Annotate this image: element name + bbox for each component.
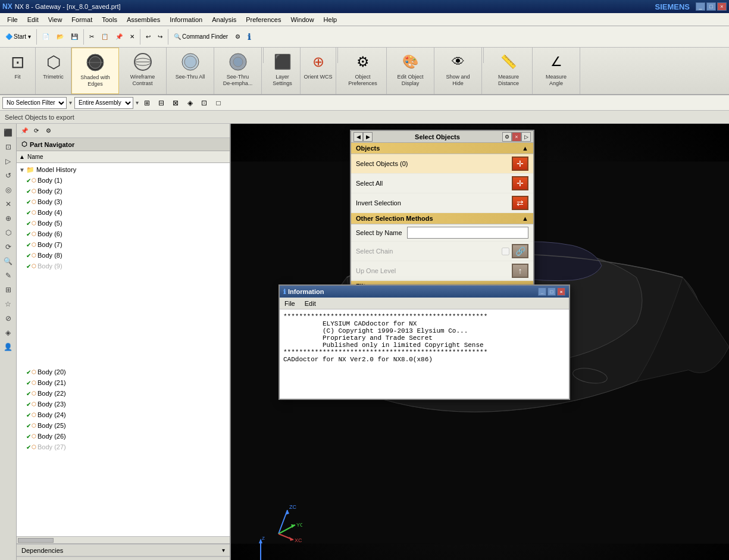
info-close-btn[interactable]: × (557, 287, 565, 296)
tree-item-body-5[interactable]: ✔ ⬡ Body (5) (17, 218, 230, 229)
tree-item-body-9[interactable]: ✔ ⬡ Body (9) (17, 261, 230, 271)
dependencies-header[interactable]: Dependencies ▾ (17, 545, 230, 556)
panel-refresh-btn[interactable]: ⟳ (31, 126, 42, 136)
ribbon-orient-wcs[interactable]: ⊕ Orient WCS (301, 48, 336, 94)
close-button[interactable]: × (717, 2, 727, 11)
ribbon-fit[interactable]: ⊡ Fit (0, 48, 36, 94)
undo-button[interactable]: ↩ (143, 29, 154, 45)
assembly-filter-dropdown[interactable]: Entire Assembly (74, 97, 133, 109)
menu-format[interactable]: Format (67, 15, 97, 24)
invert-selection-row[interactable]: Invert Selection ⇄ (351, 193, 533, 213)
select-btn[interactable]: ⊡ (198, 97, 210, 109)
menu-file[interactable]: File (2, 15, 23, 24)
tree-scrollbar[interactable] (17, 536, 230, 543)
tree-item-body-8[interactable]: ✔ ⬡ Body (8) (17, 250, 230, 261)
sidebar-icon-3[interactable]: ▷ (2, 155, 15, 168)
info-maximize-btn[interactable]: □ (547, 287, 556, 296)
menu-edit[interactable]: Edit (23, 15, 43, 24)
sidebar-icon-15[interactable]: ◈ (2, 326, 15, 339)
settings-button[interactable]: ⚙ (232, 29, 243, 45)
sidebar-icon-13[interactable]: ☆ (2, 298, 15, 311)
select-by-name-input[interactable] (407, 227, 528, 239)
sidebar-icon-5[interactable]: ◎ (2, 183, 15, 196)
tree-item-body-23[interactable]: ✔ ⬡ Body (23) (17, 399, 230, 409)
nav-forward-btn[interactable]: ▶ (363, 132, 373, 142)
ribbon-measure-angle[interactable]: ∠ MeasureAngle (533, 48, 580, 94)
tree-item-model-history[interactable]: ▼ 📁 Model History (17, 164, 230, 175)
menu-view[interactable]: View (43, 15, 67, 24)
scrollbar-thumb[interactable] (18, 538, 54, 543)
paste-button[interactable]: 📌 (112, 29, 126, 45)
panel-pin-btn[interactable]: 📌 (19, 126, 30, 136)
invert-selection-btn[interactable]: ⇄ (512, 196, 528, 210)
tree-item-body-2[interactable]: ✔ ⬡ Body (2) (17, 186, 230, 196)
ribbon-show-hide[interactable]: 👁 Show andHide (434, 48, 482, 94)
box-btn[interactable]: □ (212, 97, 224, 109)
tree-item-body-4[interactable]: ✔ ⬡ Body (4) (17, 207, 230, 218)
select-dialog-expand-btn[interactable]: ▷ (521, 132, 531, 142)
snap-btn[interactable]: ⊞ (141, 97, 153, 109)
sidebar-icon-4[interactable]: ↺ (2, 169, 15, 182)
command-finder-button[interactable]: 🔍 Command Finder (171, 29, 231, 45)
sidebar-icon-8[interactable]: ⬡ (2, 226, 15, 239)
select-objects-btn[interactable]: ✛ (512, 157, 528, 171)
sidebar-icon-2[interactable]: ⊡ (2, 140, 15, 154)
nav-back-btn[interactable]: ◀ (353, 132, 363, 142)
tree-item-body-21[interactable]: ✔ ⬡ Body (21) (17, 377, 230, 388)
sidebar-icon-6[interactable]: ✕ (2, 198, 15, 211)
tree-item-body-7[interactable]: ✔ ⬡ Body (7) (17, 239, 230, 250)
select-all-row[interactable]: Select All ✛ (351, 174, 533, 193)
sidebar-icon-14[interactable]: ⊘ (2, 312, 15, 325)
copy-button[interactable]: 📋 (98, 29, 111, 45)
sidebar-icon-10[interactable]: 🔍 (2, 255, 15, 268)
ribbon-object-prefs[interactable]: ⚙ ObjectPreferences (339, 48, 387, 94)
menu-tools[interactable]: Tools (97, 15, 122, 24)
menu-analysis[interactable]: Analysis (207, 15, 241, 24)
sidebar-icon-9[interactable]: ⟳ (2, 240, 15, 254)
ribbon-see-thru-deempha[interactable]: See-ThruDe-empha... (214, 48, 262, 94)
info-menu-file[interactable]: File (280, 299, 300, 308)
info-menu-edit[interactable]: Edit (300, 299, 321, 308)
panel-settings-btn[interactable]: ⚙ (43, 126, 54, 136)
tree-item-body-25[interactable]: ✔ ⬡ Body (25) (17, 420, 230, 431)
other-methods-section-header[interactable]: Other Selection Methods ▲ (351, 213, 533, 224)
select-objects-row[interactable]: Select Objects (0) ✛ (351, 154, 533, 174)
ribbon-layer-settings[interactable]: ⬛ LayerSettings (265, 48, 301, 94)
filter-btn[interactable]: ◈ (184, 97, 196, 109)
new-button[interactable]: 📄 (39, 29, 52, 45)
cut-button[interactable]: ✂ (86, 29, 97, 45)
view-btn[interactable]: ⊠ (170, 97, 182, 109)
sidebar-icon-11[interactable]: ✎ (2, 269, 15, 282)
open-button[interactable]: 📂 (54, 29, 67, 45)
tree-item-body-22[interactable]: ✔ ⬡ Body (22) (17, 388, 230, 399)
viewport-3d[interactable]: ZC YC XC Z X (231, 124, 729, 560)
sidebar-icon-1[interactable]: ⬛ (2, 126, 15, 139)
ribbon-wireframe[interactable]: WireframeContrast (119, 48, 167, 94)
info-minimize-btn[interactable]: _ (538, 287, 546, 296)
tree-item-body-3[interactable]: ✔ ⬡ Body (3) (17, 196, 230, 207)
ribbon-trimetric[interactable]: ⬡ Trimetric (36, 48, 71, 94)
select-all-btn[interactable]: ✛ (512, 176, 528, 190)
menu-assemblies[interactable]: Assemblies (122, 15, 165, 24)
tree-item-body-26[interactable]: ✔ ⬡ Body (26) (17, 431, 230, 442)
ribbon-measure-distance[interactable]: 📏 MeasureDistance (485, 48, 533, 94)
select-dialog-close-btn[interactable]: × (512, 132, 521, 142)
menu-information[interactable]: Information (165, 15, 207, 24)
delete-button[interactable]: ✕ (127, 29, 137, 45)
start-button[interactable]: 🔷 Start ▾ (2, 29, 34, 45)
redo-button[interactable]: ↪ (155, 29, 165, 45)
tree-item-body-27[interactable]: ✔ ⬡ Body (27) (17, 442, 230, 452)
menu-preferences[interactable]: Preferences (241, 15, 286, 24)
tree-item-body-24[interactable]: ✔ ⬡ Body (24) (17, 409, 230, 420)
info-button[interactable]: ℹ (245, 29, 254, 45)
sidebar-icon-7[interactable]: ⊕ (2, 212, 15, 225)
ribbon-shaded-edges[interactable]: Shaded withEdges (71, 48, 119, 94)
minimize-button[interactable]: _ (696, 2, 705, 11)
menu-help[interactable]: Help (319, 15, 342, 24)
objects-section-header[interactable]: Objects ▲ (351, 143, 533, 154)
tree-item-body-20[interactable]: ✔ ⬡ Body (20) (17, 367, 230, 377)
sidebar-icon-12[interactable]: ⊞ (2, 283, 15, 296)
selection-filter-dropdown[interactable]: No Selection Filter (2, 97, 67, 109)
tree-item-body-1[interactable]: ✔ ⬡ Body (1) (17, 175, 230, 186)
ribbon-edit-obj-display[interactable]: 🎨 Edit ObjectDisplay (387, 48, 434, 94)
